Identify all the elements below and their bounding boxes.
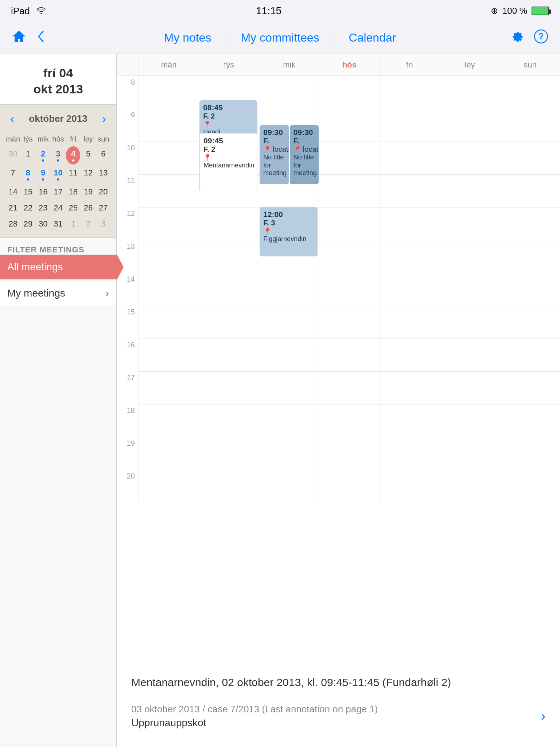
cal-day[interactable]: 9 [36,165,50,183]
time-cell [380,174,440,207]
cal-day[interactable]: 23 [36,200,50,216]
date-header: frí 04 okt 2013 [0,54,116,105]
time-cell [500,174,560,207]
time-cell [440,404,500,437]
tab-calendar[interactable]: Calendar [334,27,411,48]
time-cell [500,109,560,142]
status-bar: iPad 11:15 ⊕ 100 % [0,0,560,22]
time-label-10: 10 [117,142,139,174]
cal-day[interactable]: 2 [36,146,50,165]
cal-day[interactable]: 17 [51,184,65,200]
cal-day[interactable]: 10 [51,165,65,183]
event-title: Figgjarnevndin [263,235,314,243]
cal-day[interactable]: 13 [96,165,110,183]
time-cell [319,76,379,109]
event-time: 09:30 [263,128,285,137]
cal-day[interactable]: 1 [66,216,80,232]
detail-case[interactable]: 03 oktober 2013 / case 7/2013 (Last anno… [131,696,545,736]
cal-day[interactable]: 30 [6,146,20,165]
cal-day[interactable]: 30 [36,216,50,232]
cal-day[interactable]: 8 [21,165,35,183]
cal-day[interactable]: 22 [21,200,35,216]
cal-day[interactable]: 29 [21,216,35,232]
event-loc-text: location [273,145,288,154]
time-cell [139,240,199,273]
tab-my-committees[interactable]: My committees [226,27,334,48]
device-label: iPad [11,5,30,17]
detail-case-date: 03 oktober 2013 / case 7/2013 (Last anno… [131,704,378,715]
time-cell [319,371,379,404]
cal-day[interactable]: 24 [51,200,65,216]
cal-day-label-sun: sun [96,133,110,146]
time-display: 11:15 [256,5,281,17]
event-time: 09:30 [293,128,315,137]
cal-month-label: október 2013 [29,113,87,124]
cal-day[interactable]: 3 [51,146,65,165]
battery-percent: 100 % [502,6,527,16]
tab-my-notes[interactable]: My notes [149,27,226,48]
cal-prev-button[interactable]: ‹ [6,111,19,127]
help-icon[interactable]: ? [533,28,549,47]
filter-title: FILTER MEETINGS [7,245,109,255]
cal-day[interactable]: 15 [21,184,35,200]
cal-day[interactable]: 25 [66,200,80,216]
time-cell [259,371,319,404]
week-day-man: mán [139,54,199,76]
cal-day[interactable]: 18 [66,184,80,200]
time-cell [259,76,319,109]
event-loc-text: location [303,145,319,154]
time-label-17: 17 [117,371,139,404]
time-label-20: 20 [117,470,139,503]
cal-day[interactable]: 28 [6,216,20,232]
time-cell [139,142,199,174]
gear-icon[interactable] [508,28,524,47]
filter-all-meetings[interactable]: All meetings [0,255,124,279]
cal-day[interactable]: 21 [6,200,20,216]
cal-day[interactable]: 26 [81,200,95,216]
back-icon[interactable] [36,28,46,47]
time-cell [139,306,199,338]
cal-day[interactable]: 1 [21,146,35,165]
cal-day[interactable]: 31 [51,216,65,232]
cal-day-label-hos: hós [51,133,65,146]
cal-day[interactable]: 2 [81,216,95,232]
cal-day[interactable]: 14 [6,184,20,200]
event-09-30-mik-1[interactable]: 09:30 F. 📍 location No title for meeting [260,125,288,184]
cal-day-label-ley: ley [81,133,95,146]
cal-day-today[interactable]: 4 [66,146,80,165]
event-09-30-mik-2[interactable]: 09:30 F. 📍 location No title for meeting [290,125,319,184]
time-cell [319,338,379,371]
week-header: mán týs mik hós frí ley sun [117,54,560,76]
time-label-12: 12 [117,207,139,240]
detail-chevron-icon[interactable]: › [541,709,545,724]
cal-day[interactable]: 12 [81,165,95,183]
cal-day[interactable]: 6 [96,146,110,165]
filter-my-meetings[interactable]: My meetings › [0,281,116,306]
cal-day[interactable]: 27 [96,200,110,216]
time-cell [380,470,440,503]
week-day-tys: týs [199,54,259,76]
cal-next-button[interactable]: › [98,111,110,127]
time-cell [500,437,560,470]
cal-day[interactable]: 7 [6,165,20,183]
cal-day[interactable]: 20 [96,184,110,200]
event-12-00-mik[interactable]: 12:00 F. 3 📍 Figgjarnevndin [260,207,318,256]
cal-day[interactable]: 16 [36,184,50,200]
time-cell [319,109,379,142]
home-icon[interactable] [11,28,27,47]
pin-icon: 📍 [293,146,302,154]
cal-day[interactable]: 11 [66,165,80,183]
cal-day-label-fri: frí [66,133,80,146]
event-menta-tys-main[interactable]: 09:45 F. 2 📍 Mentanarnevndin [199,133,257,192]
cal-day[interactable]: 3 [96,216,110,232]
time-cell [199,371,259,404]
time-cell [139,207,199,240]
time-cell [440,371,500,404]
sidebar: frí 04 okt 2013 ‹ október 2013 › mán týs… [0,54,117,747]
time-cell [199,404,259,437]
time-cell [139,109,199,142]
cal-day[interactable]: 5 [81,146,95,165]
cal-day[interactable]: 19 [81,184,95,200]
time-cell [500,207,560,240]
cal-day-label-mik: mik [36,133,50,146]
